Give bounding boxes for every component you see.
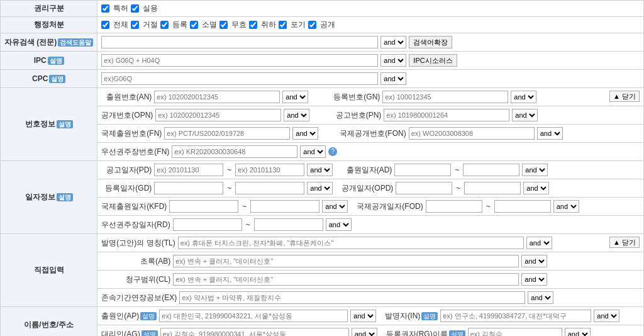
input-국제출원번호[interactable] bbox=[164, 127, 290, 140]
input-국제공개일자-to[interactable] bbox=[494, 200, 551, 213]
input-공개번호[interactable] bbox=[155, 109, 281, 121]
select-and-공고번호[interactable]: andornot bbox=[512, 109, 538, 121]
content-자유검색: andornot 검색어확장 bbox=[97, 33, 644, 52]
content-번호정보-header: ▲ 닫기 출원번호(AN) andornot 등록번호(GN) andornot bbox=[97, 88, 644, 106]
input-대리인[interactable] bbox=[160, 328, 349, 336]
tilde-국제공개일자: ~ bbox=[485, 202, 492, 211]
input-청구범위[interactable] bbox=[173, 273, 519, 286]
label-출원번호: 출원번호(AN) bbox=[101, 92, 152, 103]
checkbox-소멸[interactable] bbox=[190, 21, 198, 29]
select-and-발명자[interactable]: andornot bbox=[594, 310, 619, 322]
input-등록일자-to[interactable] bbox=[235, 182, 304, 194]
btn-검색어확장[interactable]: 검색어확장 bbox=[409, 36, 452, 48]
input-CPC[interactable] bbox=[101, 72, 378, 85]
input-출원일자-from[interactable] bbox=[394, 164, 451, 176]
input-출원인[interactable] bbox=[159, 310, 348, 322]
select-and-발명명칭[interactable]: andornot bbox=[526, 237, 552, 249]
select-and-대리인[interactable]: andornot bbox=[352, 328, 377, 336]
input-공고번호[interactable] bbox=[384, 109, 509, 121]
badge-일자정보설명[interactable]: 설명 bbox=[57, 193, 73, 201]
input-발명명칭[interactable] bbox=[178, 237, 524, 249]
tilde-등록일자: ~ bbox=[226, 184, 233, 193]
badge-등록권자설명[interactable]: 설명 bbox=[449, 330, 465, 337]
input-국제공개번호[interactable] bbox=[409, 127, 535, 140]
input-자유검색[interactable] bbox=[101, 36, 378, 48]
help-icon-우선권[interactable]: ? bbox=[328, 147, 337, 156]
search-form-table: 권리구분 특허 실용 행정처분 전체 거절 등록 소멸 무효 취하 포기 공개 bbox=[0, 0, 644, 336]
checkbox-포기[interactable] bbox=[279, 21, 287, 29]
badge-대리인설명[interactable]: 설명 bbox=[142, 330, 158, 337]
select-and-공고일자[interactable]: andornot bbox=[307, 164, 333, 176]
input-우선권주장일자-from[interactable] bbox=[173, 218, 242, 231]
badge-검색도움말[interactable]: 검색도움말 bbox=[58, 38, 93, 47]
select-and-청구범위[interactable]: andornot bbox=[521, 273, 547, 286]
input-출원일자-to[interactable] bbox=[463, 164, 519, 176]
checkbox-취하[interactable] bbox=[249, 21, 257, 29]
checkbox-특허[interactable] bbox=[101, 4, 109, 13]
select-and-자유검색[interactable]: andornot bbox=[380, 36, 406, 48]
label-공고번호: 공고번호(PN) bbox=[331, 110, 381, 121]
input-우선권주장일자-to[interactable] bbox=[254, 218, 323, 231]
content-일자정보-4: 우선권주장일자(RD) ~ andornot bbox=[97, 216, 644, 234]
select-and-국제공개일자[interactable]: andornot bbox=[553, 200, 579, 213]
input-등록일자-from[interactable] bbox=[154, 182, 223, 194]
select-and-IPC[interactable]: andornot bbox=[380, 54, 406, 67]
btn-IPC시소러스[interactable]: IPC시소러스 bbox=[409, 54, 457, 67]
input-존속기간연장공보[interactable] bbox=[179, 291, 525, 304]
checkbox-전체[interactable] bbox=[101, 21, 109, 29]
select-and-존속기간연장공보[interactable]: andornot bbox=[528, 291, 553, 304]
row-일자정보-4: 우선권주장일자(RD) ~ andornot bbox=[1, 216, 644, 234]
label-일자정보: 일자정보설명 bbox=[1, 161, 97, 234]
input-등록권자[interactable] bbox=[468, 328, 562, 336]
input-초록[interactable] bbox=[173, 255, 519, 267]
select-and-출원번호[interactable]: andornot bbox=[282, 91, 308, 103]
checkbox-등록[interactable] bbox=[160, 21, 169, 29]
select-and-국제출원번호[interactable]: andornot bbox=[292, 127, 318, 140]
input-국제출원일자-from[interactable] bbox=[169, 200, 238, 213]
checkbox-무효[interactable] bbox=[219, 21, 228, 29]
label-직접입력: 직접입력 bbox=[1, 234, 97, 307]
label-거절: 거절 bbox=[143, 20, 158, 30]
content-번호정보-3: 국제출원번호(FN) andornot 국제공개번호(FON) andornot bbox=[97, 125, 644, 143]
select-and-등록권자[interactable]: andornot bbox=[565, 328, 591, 336]
badge-IPC설명[interactable]: 설명 bbox=[48, 57, 64, 65]
select-and-CPC[interactable]: andornot bbox=[380, 72, 406, 85]
select-and-등록번호[interactable]: andornot bbox=[511, 91, 536, 103]
input-공고일자-from[interactable] bbox=[154, 164, 223, 176]
select-and-출원인[interactable]: andornot bbox=[350, 310, 376, 322]
select-and-우선권주장일자[interactable]: andornot bbox=[326, 218, 352, 231]
btn-직접입력-닫기[interactable]: ▲ 닫기 bbox=[609, 237, 640, 248]
badge-발명자설명[interactable]: 설명 bbox=[421, 312, 438, 320]
input-공개일자-from[interactable] bbox=[396, 182, 452, 194]
badge-CPC설명[interactable]: 설명 bbox=[49, 75, 65, 83]
select-and-국제공개번호[interactable]: andornot bbox=[537, 127, 563, 140]
checkbox-공개[interactable] bbox=[308, 21, 316, 29]
label-초록: 초록(AB) bbox=[101, 256, 170, 267]
select-and-우선권주장번호[interactable]: andornot bbox=[300, 145, 326, 158]
select-and-등록일자[interactable]: andornot bbox=[307, 182, 333, 194]
select-and-국제출원일자[interactable]: andornot bbox=[322, 200, 348, 213]
label-번호정보: 번호정보설명 bbox=[1, 88, 97, 161]
content-직접입력-3: 청구범위(CL) andornot bbox=[97, 271, 644, 289]
input-공고일자-to[interactable] bbox=[235, 164, 304, 176]
badge-출원인설명[interactable]: 설명 bbox=[140, 312, 157, 320]
input-공개일자-to[interactable] bbox=[464, 182, 521, 194]
checkbox-실용[interactable] bbox=[131, 4, 139, 13]
select-and-출원일자[interactable]: andornot bbox=[522, 164, 548, 176]
input-우선권주장번호[interactable] bbox=[172, 145, 297, 158]
select-and-공개번호[interactable]: andornot bbox=[284, 109, 309, 121]
btn-번호정보-닫기[interactable]: ▲ 닫기 bbox=[609, 91, 640, 102]
select-and-초록[interactable]: andornot bbox=[521, 255, 547, 267]
input-국제출원일자-to[interactable] bbox=[250, 200, 319, 213]
input-출원번호[interactable] bbox=[154, 91, 280, 103]
label-공개: 공개 bbox=[320, 20, 335, 30]
input-IPC[interactable] bbox=[101, 54, 378, 67]
row-직접입력-3: 청구범위(CL) andornot bbox=[1, 271, 644, 289]
checkbox-거절[interactable] bbox=[131, 21, 139, 29]
input-등록번호[interactable] bbox=[382, 91, 508, 103]
row-번호정보-3: 국제출원번호(FN) andornot 국제공개번호(FON) andornot bbox=[1, 125, 644, 143]
input-국제공개일자-from[interactable] bbox=[426, 200, 482, 213]
input-발명자[interactable] bbox=[440, 310, 591, 322]
select-and-공개일자[interactable]: andornot bbox=[523, 182, 549, 194]
badge-번호정보설명[interactable]: 설명 bbox=[57, 120, 73, 128]
